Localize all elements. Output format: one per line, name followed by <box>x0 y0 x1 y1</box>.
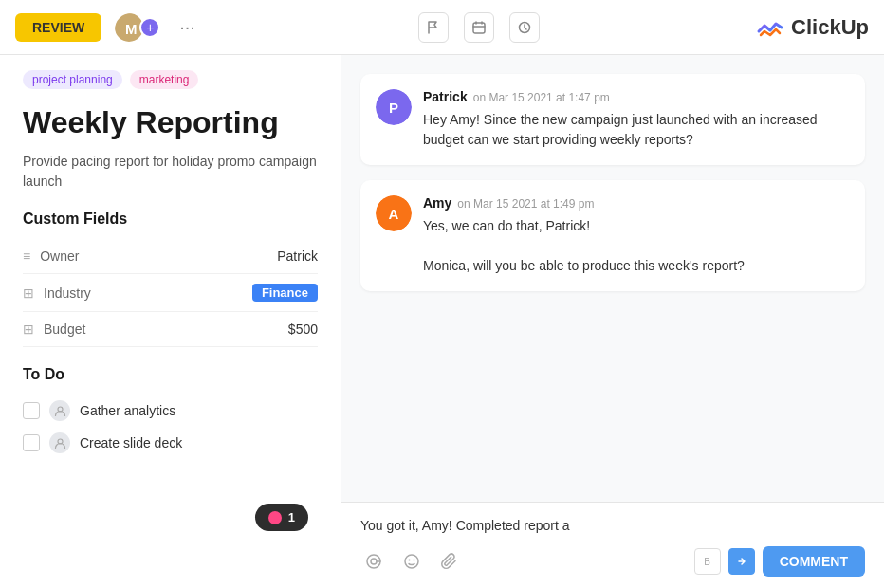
comment-2: A Amy on Mar 15 2021 at 1:49 pm Yes, we … <box>360 180 865 291</box>
comment-avatar-amy: A <box>376 195 412 231</box>
comments-area: P Patrick on Mar 15 2021 at 1:47 pm Hey … <box>341 55 884 502</box>
tag-project-planning[interactable]: project planning <box>23 70 122 89</box>
todo-text-1: Gather analytics <box>80 403 175 418</box>
mention-icon[interactable] <box>360 548 387 575</box>
logo-text: ClickUp <box>791 15 869 40</box>
clock-icon[interactable] <box>509 12 540 43</box>
figma-count: 1 <box>288 510 295 524</box>
comment-text-2: Yes, we can do that, Patrick!Monica, wil… <box>423 216 850 276</box>
emoji-icon[interactable] <box>398 548 425 575</box>
figma-users-button[interactable]: 1 <box>255 504 308 531</box>
custom-fields-section: Custom Fields ≡ Owner Patrick ⊞ Industry… <box>23 211 318 347</box>
budget-value: $500 <box>288 322 318 337</box>
top-bar-left: REVIEW M + ··· <box>15 11 203 44</box>
svg-rect-0 <box>473 23 485 33</box>
todo-assignee-icon-1 <box>49 400 70 421</box>
commenter-name-1: Patrick <box>423 89 468 104</box>
todo-assignee-icon-2 <box>49 432 70 453</box>
comment-body-1: Patrick on Mar 15 2021 at 1:47 pm Hey Am… <box>423 89 850 150</box>
custom-fields-title: Custom Fields <box>23 211 318 228</box>
comment-avatar-patrick: P <box>376 89 412 125</box>
field-industry[interactable]: ⊞ Industry Finance <box>23 274 318 312</box>
comment-1: P Patrick on Mar 15 2021 at 1:47 pm Hey … <box>360 74 865 165</box>
comment-button[interactable]: COMMENT <box>763 546 865 577</box>
reply-input-row: You got it, Amy! Completed report a <box>360 514 865 537</box>
main-layout: project planning marketing Weekly Report… <box>0 55 884 588</box>
left-panel: project planning marketing Weekly Report… <box>0 55 341 588</box>
review-button[interactable]: REVIEW <box>15 13 101 42</box>
commenter-name-2: Amy <box>423 195 451 211</box>
budget-field-icon: ⊞ <box>23 322 34 337</box>
svg-point-6 <box>405 555 418 568</box>
ellipsis-button[interactable]: ··· <box>172 12 203 42</box>
reply-area: You got it, Amy! Completed report a B <box>341 502 884 588</box>
owner-field-icon: ≡ <box>23 248 30 264</box>
todo-section: To Do Gather analytics Create slide deck <box>23 366 318 459</box>
industry-label: Industry <box>44 285 252 301</box>
avatar-group: M + <box>113 11 160 44</box>
reply-input[interactable]: You got it, Amy! Completed report a <box>360 514 865 537</box>
comment-body-2: Amy on Mar 15 2021 at 1:49 pm Yes, we ca… <box>423 195 850 276</box>
task-title: Weekly Reporting <box>23 104 318 140</box>
attachment-icon[interactable] <box>436 548 463 575</box>
add-user-button[interactable]: + <box>139 17 160 38</box>
comment-time-1: on Mar 15 2021 at 1:47 pm <box>473 91 610 104</box>
industry-value: Finance <box>252 284 318 302</box>
comment-header-2: Amy on Mar 15 2021 at 1:49 pm <box>423 195 850 211</box>
industry-field-icon: ⊞ <box>23 285 34 301</box>
reply-actions: B COMMENT <box>694 546 865 577</box>
budget-label: Budget <box>44 322 288 337</box>
todo-item-1: Gather analytics <box>23 395 318 427</box>
tags: project planning marketing <box>23 70 318 89</box>
todo-title: To Do <box>23 366 318 383</box>
figma-dot <box>268 511 282 524</box>
field-owner[interactable]: ≡ Owner Patrick <box>23 239 318 274</box>
svg-point-7 <box>409 560 411 561</box>
top-bar: REVIEW M + ··· ClickUp <box>0 0 884 55</box>
reply-toolbar: B COMMENT <box>360 546 865 577</box>
comment-time-2: on Mar 15 2021 at 1:49 pm <box>457 197 594 211</box>
right-panel: P Patrick on Mar 15 2021 at 1:47 pm Hey … <box>341 55 884 588</box>
comment-text-1: Hey Amy! Since the new campaign just lau… <box>423 110 850 150</box>
owner-label: Owner <box>40 248 277 264</box>
task-description: Provide pacing report for holiday promo … <box>23 152 318 192</box>
todo-checkbox-1[interactable] <box>23 402 40 419</box>
comment-header-1: Patrick on Mar 15 2021 at 1:47 pm <box>423 89 850 104</box>
reply-tools <box>360 548 463 575</box>
todo-text-2: Create slide deck <box>80 435 182 450</box>
clickup-logo: ClickUp <box>755 12 869 43</box>
svg-point-5 <box>371 559 377 564</box>
format-button-1[interactable]: B <box>694 548 721 575</box>
todo-checkbox-2[interactable] <box>23 434 40 451</box>
calendar-icon[interactable] <box>464 12 494 43</box>
top-bar-center <box>418 12 540 43</box>
todo-item-2: Create slide deck <box>23 427 318 459</box>
svg-point-8 <box>414 560 415 561</box>
top-bar-right: ClickUp <box>755 12 869 43</box>
owner-value: Patrick <box>277 248 318 264</box>
flag-icon[interactable] <box>418 12 449 43</box>
field-budget[interactable]: ⊞ Budget $500 <box>23 312 318 347</box>
format-button-2[interactable] <box>728 548 755 575</box>
tag-marketing[interactable]: marketing <box>130 70 199 89</box>
